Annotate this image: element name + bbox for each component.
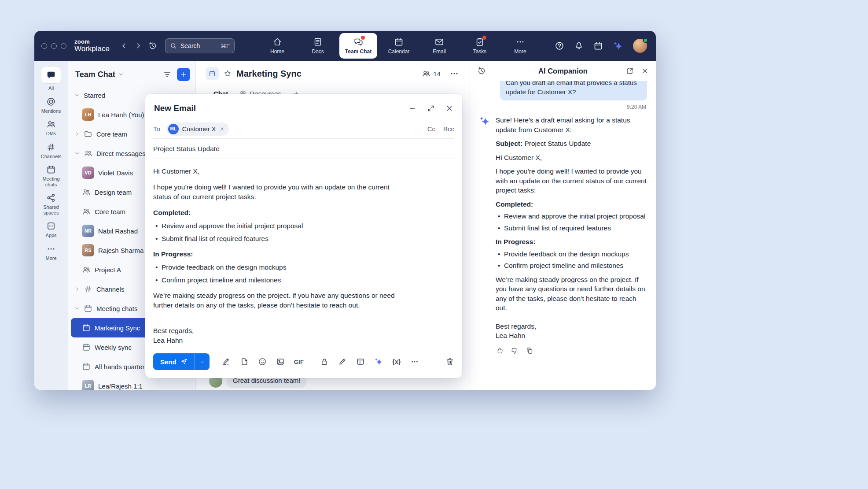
channel-more-icon[interactable] xyxy=(449,69,459,78)
ai-companion-sparkle-icon[interactable] xyxy=(613,41,623,51)
member-count[interactable]: 14 xyxy=(422,69,441,78)
recipient-field[interactable]: To ML Customer X Cc Bcc xyxy=(153,119,454,139)
notification-dot xyxy=(482,36,486,40)
new-email-modal: New Email To ML Customer X Cc Bcc xyxy=(145,94,462,378)
gif-icon[interactable]: GIF xyxy=(294,359,304,365)
search-input[interactable]: Search ⌘F xyxy=(165,38,235,53)
rail-item-all[interactable]: All xyxy=(41,66,61,91)
rail-item-meeting-chats[interactable]: Meeting chats xyxy=(37,165,66,187)
window-controls xyxy=(41,43,66,49)
chat-row-label: Weekly sync xyxy=(95,344,132,351)
ai-sparkle-icon[interactable] xyxy=(374,357,383,366)
nav-label: Email xyxy=(433,48,446,55)
pop-out-icon[interactable] xyxy=(626,67,634,75)
rail-label: Mentions xyxy=(41,108,61,114)
email-intro: I hope you’re doing well! I wanted to pr… xyxy=(153,182,408,202)
nav-home[interactable]: Home xyxy=(258,33,296,59)
send-button[interactable]: Send xyxy=(153,353,195,370)
list-item: Submit final list of required features xyxy=(153,234,408,244)
topbar-right xyxy=(555,39,647,53)
people-icon xyxy=(82,188,91,196)
notifications-bell-icon[interactable] xyxy=(574,41,584,51)
minimize-icon[interactable] xyxy=(408,104,416,112)
more-icon xyxy=(46,244,56,254)
chat-row-lea-rajesh-1-1[interactable]: LR Lea/Rajesh 1:1 xyxy=(71,376,193,390)
chevron-down-icon xyxy=(74,306,80,311)
nav-team-chat[interactable]: Team Chat xyxy=(339,33,377,59)
panel-title[interactable]: Team Chat xyxy=(75,70,115,79)
template-layout-icon[interactable] xyxy=(356,357,365,366)
recipient-chip[interactable]: ML Customer X xyxy=(166,122,229,136)
send-button-group: Send xyxy=(153,353,210,370)
variables-icon[interactable]: {x} xyxy=(392,358,401,365)
encryption-lock-icon[interactable] xyxy=(320,357,329,366)
plus-icon xyxy=(180,71,187,78)
chevron-down-icon[interactable] xyxy=(118,71,124,78)
nav-more[interactable]: More xyxy=(501,33,539,59)
rail-item-shared-spaces[interactable]: Shared spaces xyxy=(37,193,66,215)
content-area: All Mentions DMs Channels Meeting chats … xyxy=(34,61,656,390)
chevron-right-icon xyxy=(74,286,80,292)
email-body-editor[interactable]: Hi Customer X, I hope you’re doing well!… xyxy=(153,159,408,349)
schedule-calendar-icon[interactable] xyxy=(593,41,603,51)
ai-response-intro: Sure! Here’s a draft email asking for a … xyxy=(496,115,647,134)
rail-item-dms[interactable]: DMs xyxy=(46,119,56,137)
close-ai-panel-icon[interactable] xyxy=(641,67,649,75)
emoji-icon[interactable] xyxy=(258,357,267,366)
nav-label: Docs xyxy=(312,48,324,55)
history-icon[interactable] xyxy=(148,41,157,50)
cc-button[interactable]: Cc xyxy=(427,125,435,133)
subject-value: Project Status Update xyxy=(524,140,591,147)
rail-item-more[interactable]: More xyxy=(45,244,56,261)
thumbs-up-icon[interactable] xyxy=(496,347,504,355)
rail-item-channels[interactable]: Channels xyxy=(41,142,61,159)
expand-icon[interactable] xyxy=(427,104,435,112)
insert-image-icon[interactable] xyxy=(276,357,285,366)
rail-item-apps[interactable]: Apps xyxy=(45,221,56,238)
window-zoom-button[interactable] xyxy=(61,43,66,49)
filter-icon[interactable] xyxy=(163,70,172,79)
ai-history-icon[interactable] xyxy=(477,67,486,75)
email-in-progress-label: In Progress: xyxy=(153,249,408,259)
subject-field[interactable]: Project Status Update xyxy=(153,139,454,159)
search-icon xyxy=(170,42,177,49)
ai-email-closing: We’re making steady progress on the proj… xyxy=(496,275,647,313)
back-icon[interactable] xyxy=(120,42,128,50)
send-options-button[interactable] xyxy=(195,353,210,370)
nav-tasks[interactable]: Tasks xyxy=(461,33,499,59)
calendar-icon xyxy=(46,165,56,174)
bcc-button[interactable]: Bcc xyxy=(443,125,454,133)
people-icon xyxy=(82,207,91,216)
draw-pencil-icon[interactable] xyxy=(338,357,347,366)
forward-icon[interactable] xyxy=(134,42,142,50)
nav-docs[interactable]: Docs xyxy=(299,33,337,59)
signature-icon[interactable] xyxy=(222,357,231,366)
compose-title: New Email xyxy=(154,104,196,113)
user-avatar[interactable] xyxy=(633,39,647,53)
chat-row-label: Lea/Rajesh 1:1 xyxy=(98,382,143,390)
attach-file-icon[interactable] xyxy=(240,357,249,366)
chat-row-label: Core team xyxy=(95,208,125,215)
chevron-right-icon xyxy=(74,131,80,137)
nav-calendar[interactable]: Calendar xyxy=(380,33,418,59)
more-icon[interactable] xyxy=(410,357,419,366)
rail-label: Shared spaces xyxy=(37,204,66,215)
window-close-button[interactable] xyxy=(41,43,47,49)
list-item: Confirm project timeline and milestones xyxy=(153,275,408,285)
search-placeholder: Search xyxy=(180,42,200,49)
email-closing: We’re making steady progress on the proj… xyxy=(153,291,408,310)
close-icon[interactable] xyxy=(445,104,453,112)
rail-item-mentions[interactable]: Mentions xyxy=(41,97,61,114)
favorite-star-icon[interactable] xyxy=(223,69,232,78)
discard-draft-trash-icon[interactable] xyxy=(445,357,454,366)
help-icon[interactable] xyxy=(555,41,564,51)
nav-email[interactable]: Email xyxy=(420,33,458,59)
team-chat-panel-header: Team Chat xyxy=(68,61,195,85)
ai-response-text: Sure! Here’s a draft email asking for a … xyxy=(496,115,647,341)
remove-recipient-icon[interactable] xyxy=(219,126,224,132)
copy-icon[interactable] xyxy=(526,347,533,355)
thumbs-down-icon[interactable] xyxy=(511,347,519,355)
share-nodes-icon xyxy=(46,193,56,203)
window-minimize-button[interactable] xyxy=(51,43,57,49)
new-chat-button[interactable] xyxy=(177,68,190,81)
